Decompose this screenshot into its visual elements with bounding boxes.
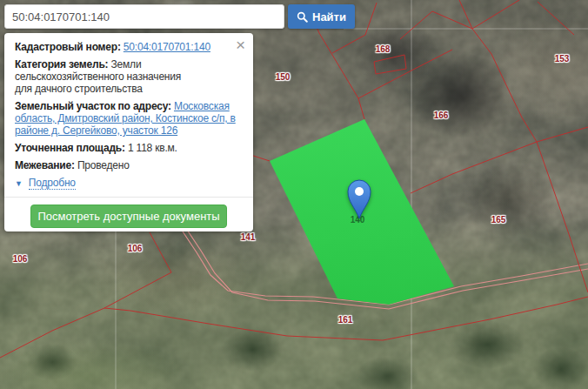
search-input[interactable] xyxy=(4,4,284,29)
cadastral-number-label: Кадастровый номер: xyxy=(15,41,121,53)
search-button[interactable]: Найти xyxy=(288,4,355,29)
details-row: ▼ Подробно xyxy=(15,177,243,190)
survey-label: Межевание: xyxy=(15,159,75,171)
survey-value: Проведено xyxy=(77,159,130,171)
area-row: Уточненная площадь: 1 118 кв.м. xyxy=(15,142,243,154)
details-toggle[interactable]: Подробно xyxy=(29,177,76,190)
address-label: Земельный участок по адресу: xyxy=(15,100,171,112)
area-value: 1 118 кв.м. xyxy=(128,142,177,154)
close-icon[interactable]: × xyxy=(236,37,245,53)
land-category-extra: для дачного строительства xyxy=(15,83,243,95)
land-category-label: Категория земель: xyxy=(15,58,108,70)
cadastral-number-row: Кадастровый номер: 50:04:0170701:140 xyxy=(15,41,243,53)
land-category-row: Категория земель: Земли сельскохозяйстве… xyxy=(15,58,243,83)
survey-row: Межевание: Проведено xyxy=(15,159,243,171)
parcel-info-panel: × Кадастровый номер: 50:04:0170701:140 К… xyxy=(4,33,253,231)
search-icon xyxy=(297,11,308,23)
cadastral-number-link[interactable]: 50:04:0170701:140 xyxy=(124,41,210,53)
search-button-label: Найти xyxy=(312,10,346,23)
chevron-down-icon: ▼ xyxy=(15,179,23,188)
map-pin-icon xyxy=(345,179,373,219)
address-row: Земельный участок по адресу: Московская … xyxy=(15,100,243,137)
area-label: Уточненная площадь: xyxy=(15,142,125,154)
search-bar: Найти xyxy=(4,4,355,29)
view-documents-button[interactable]: Посмотреть доступные документы xyxy=(30,205,227,228)
